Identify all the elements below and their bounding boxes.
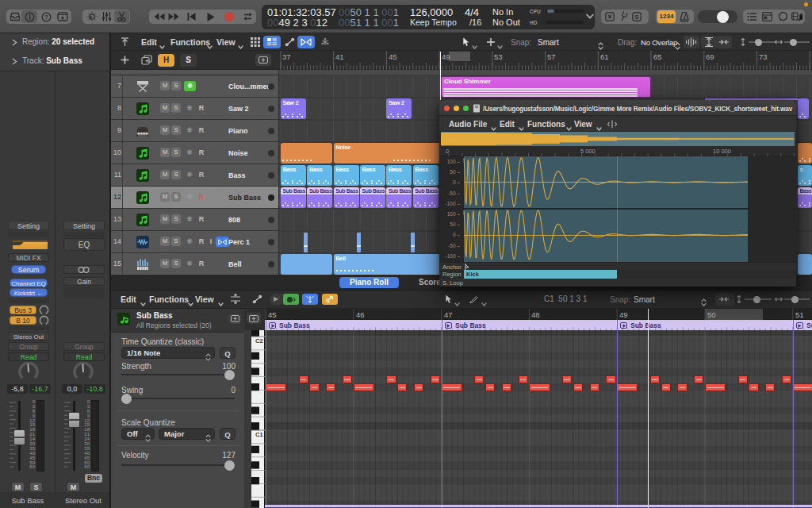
svg-text:S: S	[634, 13, 639, 21]
svg-text:?: ?	[44, 13, 48, 21]
